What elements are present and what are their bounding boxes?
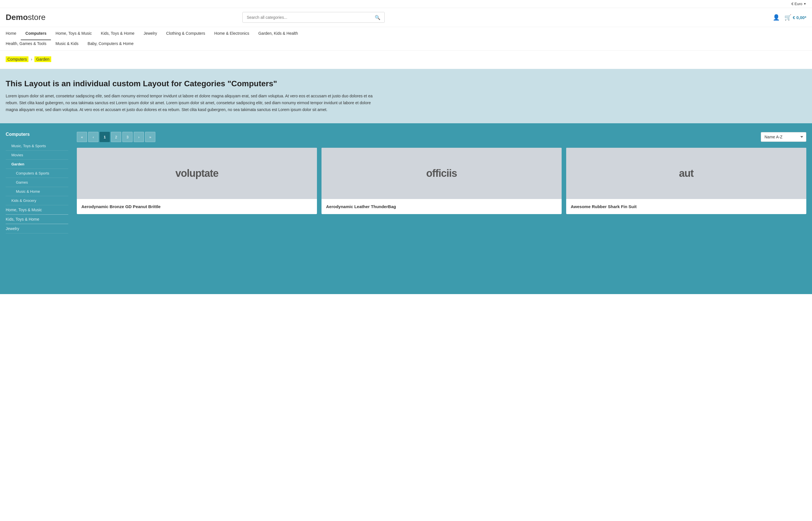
category-header: This Layout is an individual custom Layo… [0, 69, 812, 123]
search-input[interactable] [243, 12, 371, 22]
nav-item-music-kids[interactable]: Music & Kids [51, 40, 83, 48]
cart-price: € 0,00* [793, 15, 806, 20]
nav-item-clothing-computers[interactable]: Clothing & Computers [162, 27, 210, 40]
nav-item-jewelry[interactable]: Jewelry [139, 27, 162, 40]
sidebar-item-music-home[interactable]: Music & Home [6, 187, 68, 196]
main-navigation: Home Computers Home, Toys & Music Kids, … [0, 27, 812, 51]
nav-item-home-electronics[interactable]: Home & Electronics [210, 27, 254, 40]
product-grid: voluptate Aerodynamic Bronze GD Peanut B… [77, 148, 806, 214]
product-name-2: Awesome Rubber Shark Fin Suit [571, 204, 802, 209]
category-description: Lorem ipsum dolor sit amet, consetetur s… [6, 93, 376, 113]
sidebar-item-music-toys-sports[interactable]: Music, Toys & Sports [6, 141, 68, 151]
breadcrumb-section: Computers › Garden [0, 51, 812, 69]
nav-row-1: Home Computers Home, Toys & Music Kids, … [6, 27, 806, 40]
product-image-0: voluptate [77, 148, 317, 199]
page-prev-button[interactable]: ‹ [88, 132, 98, 142]
nav-item-home[interactable]: Home [6, 27, 21, 40]
nav-row-2: Health, Games & Tools Music & Kids Baby,… [6, 40, 806, 50]
product-card-2[interactable]: aut Awesome Rubber Shark Fin Suit [566, 148, 806, 214]
sidebar-item-games[interactable]: Games [6, 178, 68, 187]
cart-button[interactable]: 🛒 € 0,00* [784, 14, 806, 21]
sidebar-item-garden[interactable]: Garden [6, 160, 68, 169]
sort-select[interactable]: Name A-Z Name Z-A Price Low-High Price H… [761, 132, 806, 142]
top-bar: € Euro ▼ [0, 0, 812, 8]
sidebar: Computers Music, Toys & Sports Movies Ga… [6, 132, 68, 286]
logo[interactable]: Demostore [6, 13, 46, 22]
header-icons: 👤 🛒 € 0,00* [773, 14, 806, 21]
sidebar-item-kids-toys-home[interactable]: Kids, Toys & Home [6, 215, 68, 224]
nav-item-kids-toys-home[interactable]: Kids, Toys & Home [96, 27, 139, 40]
products-area: « ‹ 1 2 3 › » Name A-Z Name Z-A Price Lo… [77, 132, 806, 286]
product-info-2: Awesome Rubber Shark Fin Suit [566, 199, 806, 214]
breadcrumb-separator: › [31, 57, 32, 62]
page-last-button[interactable]: » [145, 132, 156, 142]
pagination: « ‹ 1 2 3 › » [77, 132, 156, 142]
user-icon: 👤 [773, 14, 780, 21]
product-name-0: Aerodynamic Bronze GD Peanut Brittle [81, 204, 312, 209]
sidebar-item-home-toys-music[interactable]: Home, Toys & Music [6, 205, 68, 215]
sidebar-item-jewelry[interactable]: Jewelry [6, 224, 68, 233]
product-info-0: Aerodynamic Bronze GD Peanut Brittle [77, 199, 317, 214]
nav-item-home-toys-music[interactable]: Home, Toys & Music [51, 27, 96, 40]
logo-bold: Demo [6, 13, 28, 22]
product-info-1: Aerodynamic Leather ThunderBag [321, 199, 562, 214]
product-card-0[interactable]: voluptate Aerodynamic Bronze GD Peanut B… [77, 148, 317, 214]
user-account-button[interactable]: 👤 [773, 14, 780, 21]
breadcrumb-garden[interactable]: Garden [34, 56, 51, 62]
page-next-button[interactable]: › [134, 132, 144, 142]
chevron-down-icon: ▼ [804, 2, 806, 5]
search-bar: 🔍 [242, 12, 385, 23]
product-card-1[interactable]: officiis Aerodynamic Leather ThunderBag [321, 148, 562, 214]
product-image-1: officiis [321, 148, 562, 199]
nav-item-computers[interactable]: Computers [21, 27, 51, 40]
cart-icon: 🛒 [784, 14, 791, 21]
sidebar-item-computers-sports[interactable]: Computers & Sports [6, 169, 68, 178]
search-button[interactable]: 🔍 [371, 12, 384, 22]
page-2-button[interactable]: 2 [111, 132, 121, 142]
breadcrumb: Computers › Garden [6, 56, 806, 62]
page-first-button[interactable]: « [77, 132, 87, 142]
products-top: « ‹ 1 2 3 › » Name A-Z Name Z-A Price Lo… [77, 132, 806, 142]
nav-item-garden-kids-health[interactable]: Garden, Kids & Health [254, 27, 303, 40]
header: Demostore 🔍 👤 🛒 € 0,00* [0, 8, 812, 27]
sidebar-title: Computers [6, 132, 68, 137]
logo-normal: store [28, 13, 46, 22]
sidebar-item-movies[interactable]: Movies [6, 151, 68, 160]
nav-item-baby-computers-home[interactable]: Baby, Computers & Home [83, 40, 138, 48]
page-3-button[interactable]: 3 [122, 132, 133, 142]
currency-label: € Euro [791, 2, 802, 6]
main-content: Computers Music, Toys & Sports Movies Ga… [0, 123, 812, 294]
product-name-1: Aerodynamic Leather ThunderBag [326, 204, 557, 209]
category-title: This Layout is an individual custom Layo… [6, 79, 806, 88]
page-1-button[interactable]: 1 [100, 132, 110, 142]
product-image-2: aut [566, 148, 806, 199]
currency-selector[interactable]: € Euro ▼ [791, 2, 806, 6]
nav-item-health-games-tools[interactable]: Health, Games & Tools [6, 40, 51, 48]
sidebar-item-kids-grocery[interactable]: Kids & Grocery [6, 196, 68, 205]
breadcrumb-computers[interactable]: Computers [6, 56, 28, 62]
